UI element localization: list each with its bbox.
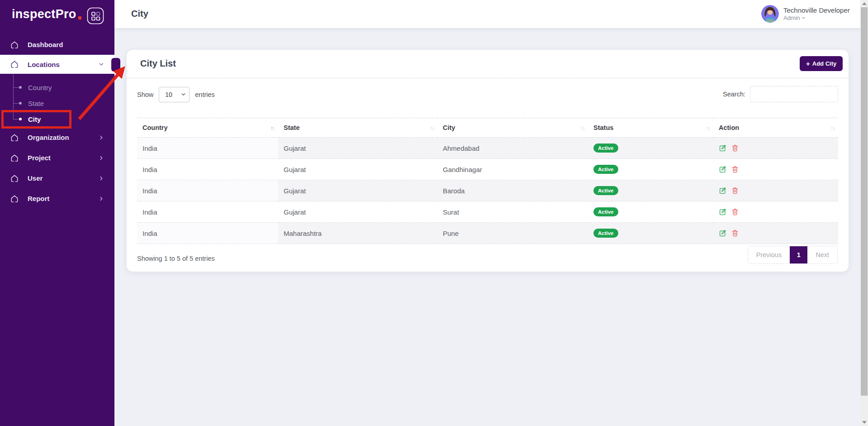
cell-country: India — [137, 159, 278, 180]
sidebar-subitem-country[interactable]: Country — [0, 80, 114, 96]
top-bar — [114, 0, 868, 28]
chevron-right-icon — [98, 175, 104, 182]
sidebar-item-user[interactable]: User — [0, 168, 114, 188]
page-length-control: Show 10 entries — [137, 87, 215, 102]
sort-icon: ↑↓ — [580, 124, 584, 131]
user-meta: Technoville Developer Admin — [783, 6, 850, 22]
pagination-next[interactable]: Next — [807, 246, 837, 263]
user-role[interactable]: Admin — [783, 14, 850, 22]
brand-name: inspectPro — [12, 5, 76, 23]
edit-icon[interactable] — [719, 165, 727, 173]
add-city-label: Add City — [812, 60, 836, 67]
status-badge: Active — [593, 186, 618, 195]
cell-status: Active — [588, 159, 713, 180]
cell-action — [713, 180, 838, 201]
sidebar-item-locations[interactable]: Locations — [0, 55, 114, 74]
user-menu[interactable]: Technoville Developer Admin — [761, 5, 850, 23]
sidebar-item-dashboard[interactable]: Dashboard — [0, 34, 114, 55]
sidebar-item-report[interactable]: Report — [0, 188, 114, 209]
edit-icon[interactable] — [719, 208, 727, 216]
sidebar-subitem-label: City — [28, 115, 41, 123]
status-badge: Active — [593, 207, 618, 216]
home-icon — [10, 133, 19, 142]
cell-action — [713, 201, 838, 223]
sort-icon: ↑↓ — [270, 124, 275, 131]
sort-icon: ↑↓ — [830, 124, 835, 131]
delete-icon[interactable] — [731, 187, 739, 195]
chevron-right-icon — [98, 155, 104, 161]
cell-city: Ahmedabad — [437, 138, 588, 159]
show-label: Show — [137, 91, 153, 98]
sidebar-item-label: Report — [28, 195, 49, 202]
delete-icon[interactable] — [731, 144, 739, 152]
cell-state: Gujarat — [278, 180, 437, 201]
chevron-right-icon — [98, 134, 104, 141]
scrollbar-up-arrow[interactable] — [862, 2, 867, 5]
sidebar: inspectPro Dashboard Locations — [0, 0, 114, 426]
search-control: Search: — [723, 86, 838, 102]
home-icon — [10, 153, 19, 163]
delete-icon[interactable] — [731, 229, 739, 237]
divider — [127, 78, 849, 78]
brand-dot — [78, 16, 81, 19]
pagination-previous[interactable]: Previous — [748, 246, 790, 263]
cell-city: Pune — [437, 223, 588, 244]
page-length-select-wrap: 10 — [159, 87, 190, 102]
status-badge: Active — [593, 144, 618, 153]
scrollbar-down-arrow[interactable] — [862, 421, 867, 424]
cell-country: India — [137, 180, 278, 201]
chevron-down-icon — [98, 61, 104, 67]
column-header-country[interactable]: Country ↑↓ — [137, 118, 278, 138]
entries-label: entries — [195, 91, 215, 98]
column-header-action[interactable]: Action ↑↓ — [713, 118, 838, 138]
brand-logo: inspectPro — [12, 5, 81, 23]
cell-country: India — [137, 201, 278, 223]
edit-icon[interactable] — [719, 187, 727, 195]
app-root: inspectPro Dashboard Locations — [0, 0, 868, 426]
cell-city: Baroda — [437, 180, 588, 201]
delete-icon[interactable] — [731, 208, 739, 216]
sidebar-subitem-state[interactable]: State — [0, 96, 114, 111]
add-city-button[interactable]: + Add City — [800, 56, 843, 71]
column-header-city[interactable]: City ↑↓ — [437, 118, 588, 138]
search-label: Search: — [723, 91, 745, 98]
status-badge: Active — [593, 165, 618, 174]
sidebar-item-label: Organization — [28, 134, 69, 141]
home-icon — [10, 60, 19, 69]
sidebar-subitem-city[interactable]: City — [0, 111, 114, 127]
sidebar-item-project[interactable]: Project — [0, 148, 114, 168]
pagination: Previous 1 Next — [748, 246, 838, 264]
cell-country: India — [137, 223, 278, 244]
sort-icon: ↑↓ — [430, 124, 434, 131]
page-title: City — [131, 9, 148, 19]
scrollbar-thumb[interactable] — [861, 7, 868, 396]
sidebar-item-label: Locations — [28, 61, 60, 68]
home-icon — [10, 174, 19, 183]
cell-action — [713, 159, 838, 180]
column-header-state[interactable]: State ↑↓ — [278, 118, 437, 138]
sidebar-item-organization[interactable]: Organization — [0, 127, 114, 148]
edit-icon[interactable] — [719, 229, 727, 237]
sort-icon: ↑↓ — [706, 124, 710, 131]
cell-state: Gujarat — [278, 159, 437, 180]
status-badge: Active — [593, 229, 618, 238]
card-title: City List — [140, 58, 176, 69]
delete-icon[interactable] — [731, 165, 739, 173]
sidebar-item-label: Project — [28, 154, 51, 162]
city-list-card: City List + Add City Show 10 entries Sea… — [127, 50, 849, 272]
sidebar-item-label: Dashboard — [28, 41, 63, 48]
active-menu-indicator — [111, 58, 120, 72]
column-header-status[interactable]: Status ↑↓ — [588, 118, 713, 138]
cell-state: Maharashtra — [278, 223, 437, 244]
page-length-select[interactable]: 10 — [159, 87, 190, 102]
cell-city: Surat — [437, 201, 588, 223]
user-name: Technoville Developer — [783, 6, 850, 14]
avatar[interactable] — [761, 5, 779, 23]
chevron-down-icon — [801, 15, 806, 20]
pagination-current-page[interactable]: 1 — [790, 246, 807, 263]
search-input[interactable] — [750, 86, 838, 102]
sidebar-toggle-grid-icon[interactable] — [87, 7, 104, 26]
sidebar-subitem-label: Country — [28, 84, 52, 91]
edit-icon[interactable] — [719, 144, 727, 152]
cell-country: India — [137, 138, 278, 159]
